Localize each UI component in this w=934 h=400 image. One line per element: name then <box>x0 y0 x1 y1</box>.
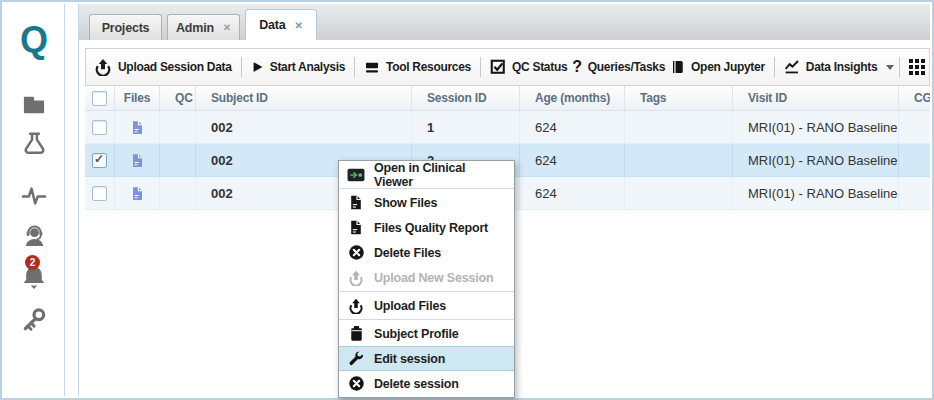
menu-item-delete-files[interactable]: Delete Files <box>339 240 514 265</box>
button-label: Data Insights <box>806 60 877 74</box>
menu-item-delete-session[interactable]: Delete session <box>339 371 514 396</box>
menu-item-open-clinical-viewer[interactable]: Open in Clinical Viewer <box>339 162 514 187</box>
server-icon <box>364 60 380 75</box>
column-header-subject-id[interactable]: Subject ID <box>196 86 412 110</box>
tab-projects[interactable]: Projects <box>89 14 162 40</box>
tab-data[interactable]: Data ✕ <box>245 9 317 40</box>
cgi-cell <box>899 144 930 176</box>
column-grid-button[interactable] <box>909 59 925 75</box>
visit-id-cell: MRI(01) - RANO Baseline <box>733 177 899 209</box>
key-icon <box>21 306 48 336</box>
toolbar-separator <box>241 57 242 77</box>
toolbar-separator <box>774 57 775 77</box>
row-checkbox[interactable] <box>92 186 107 201</box>
tags-cell <box>625 144 733 176</box>
select-all-checkbox[interactable] <box>92 91 107 106</box>
file-icon[interactable] <box>130 119 145 136</box>
table-header-row: Files QC Subject ID Session ID Age (mont… <box>85 86 930 111</box>
column-header-session-id[interactable]: Session ID <box>412 86 520 110</box>
column-header-age[interactable]: Age (months) <box>520 86 625 110</box>
left-sidebar: Q <box>4 4 65 396</box>
toolbar-separator <box>480 57 481 77</box>
sidebar-item-access[interactable] <box>4 306 64 336</box>
upload-icon <box>347 297 365 315</box>
menu-item-subject-profile[interactable]: Subject Profile <box>339 321 514 346</box>
tab-admin[interactable]: Admin ✕ <box>167 14 240 40</box>
column-header-cgi[interactable]: CGI-I <box>899 86 930 110</box>
column-header-qc[interactable]: QC <box>160 86 196 110</box>
tab-label: Admin <box>176 21 214 35</box>
row-checkbox-checked[interactable] <box>92 153 107 168</box>
menu-item-label: Edit session <box>374 352 445 366</box>
upload-icon <box>347 269 365 287</box>
tab-label: Data <box>259 18 285 32</box>
age-cell: 624 <box>520 144 625 176</box>
menu-item-upload-files[interactable]: Upload Files <box>339 293 514 318</box>
row-checkbox[interactable] <box>92 120 107 135</box>
sidebar-item-projects[interactable] <box>4 94 64 116</box>
close-tab-icon[interactable]: ✕ <box>295 20 303 31</box>
close-tab-icon[interactable]: ✕ <box>223 22 231 33</box>
menu-separator <box>339 319 514 320</box>
button-label: Start Analysis <box>270 60 345 74</box>
toolbar: Upload Session Data Start Analysis Tool … <box>85 48 930 86</box>
button-label: Open Jupyter <box>691 60 765 74</box>
tags-cell <box>625 177 733 209</box>
file-icon[interactable] <box>130 185 145 202</box>
menu-item-label: Delete Files <box>374 246 441 260</box>
q-logo-icon: Q <box>20 22 48 58</box>
column-header-files[interactable]: Files <box>115 86 160 110</box>
sidebar-item-analyses[interactable] <box>4 130 64 157</box>
row-checkbox-cell <box>85 177 115 209</box>
qc-cell <box>160 144 196 176</box>
toolbar-separator <box>899 57 900 77</box>
menu-item-label: Delete session <box>374 377 459 391</box>
tab-bar: Projects Admin ✕ Data ✕ <box>79 4 930 40</box>
sidebar-item-activity[interactable] <box>4 184 64 208</box>
column-header-visit-id[interactable]: Visit ID <box>733 86 899 110</box>
age-cell: 624 <box>520 111 625 143</box>
start-analysis-button[interactable]: Start Analysis <box>251 60 345 74</box>
table-row[interactable]: 002 1 624 MRI(01) - RANO Baseline <box>85 111 930 144</box>
upload-session-data-button[interactable]: Upload Session Data <box>94 58 232 76</box>
menu-item-label: Upload New Session <box>374 271 493 285</box>
select-all-checkbox-cell[interactable] <box>85 86 115 110</box>
menu-item-label: Subject Profile <box>374 327 459 341</box>
app-logo[interactable]: Q <box>4 22 64 58</box>
menu-item-label: Open in Clinical Viewer <box>374 161 506 189</box>
qc-checkbox-icon <box>490 59 506 75</box>
files-cell <box>115 144 160 176</box>
visit-id-cell: MRI(01) - RANO Baseline <box>733 144 899 176</box>
app-window: Q <box>0 0 934 400</box>
file-icon <box>347 219 365 237</box>
menu-item-label: Upload Files <box>374 299 446 313</box>
menu-item-edit-session[interactable]: Edit session <box>339 346 514 371</box>
upload-icon <box>94 58 112 76</box>
play-icon <box>251 60 264 74</box>
menu-item-label: Show Files <box>374 196 437 210</box>
grid-icon <box>909 59 925 75</box>
age-cell: 624 <box>520 177 625 209</box>
file-icon[interactable] <box>130 152 145 169</box>
button-label: Queries/Tasks <box>588 60 665 74</box>
folder-icon <box>21 94 47 116</box>
tool-resources-button[interactable]: Tool Resources <box>364 60 471 75</box>
sidebar-item-notifications[interactable]: 2 <box>4 262 64 292</box>
sidebar-gutter <box>65 4 79 396</box>
sidebar-item-support[interactable] <box>4 222 64 249</box>
qc-cell <box>160 111 196 143</box>
menu-item-show-files[interactable]: Show Files <box>339 190 514 215</box>
qc-status-button[interactable]: QC Status <box>490 59 567 75</box>
button-label: Tool Resources <box>386 60 471 74</box>
wrench-icon <box>347 350 365 368</box>
queries-tasks-button[interactable]: ? Queries/Tasks <box>572 58 665 76</box>
column-header-tags[interactable]: Tags <box>625 86 733 110</box>
menu-separator <box>339 291 514 292</box>
flask-icon <box>21 130 48 157</box>
delete-circle-icon <box>347 375 365 393</box>
data-insights-button[interactable]: Data Insights <box>784 59 894 75</box>
menu-item-files-quality-report[interactable]: Files Quality Report <box>339 215 514 240</box>
session-id-cell: 1 <box>412 111 520 143</box>
context-menu: Open in Clinical Viewer Show Files Files… <box>338 160 515 398</box>
open-jupyter-button[interactable]: Open Jupyter <box>670 59 765 75</box>
